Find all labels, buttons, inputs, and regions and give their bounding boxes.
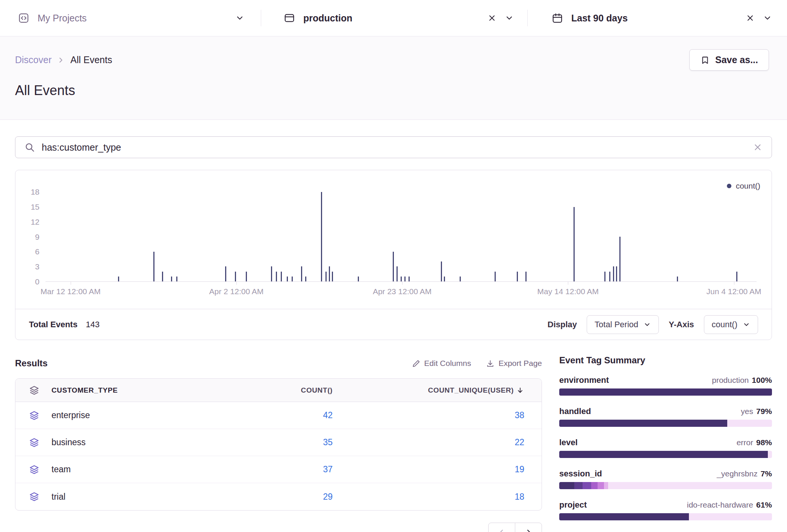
tag-item: handledyes79% <box>559 407 772 427</box>
bookmark-icon <box>700 55 710 65</box>
tag-bar-segment <box>583 482 591 489</box>
chart-bar <box>305 277 306 281</box>
tag-name: session_id <box>559 469 602 479</box>
count-unique-link[interactable]: 19 <box>515 464 524 474</box>
chart-bar <box>276 272 277 281</box>
search-query[interactable]: has:customer_type <box>42 142 746 153</box>
clear-date-range-icon[interactable] <box>746 14 755 23</box>
next-page-button[interactable] <box>515 523 542 532</box>
tag-bar-segment <box>559 388 772 396</box>
tag-top-percentage: 100% <box>752 376 772 384</box>
tag-top-percentage: 7% <box>761 469 772 478</box>
event-tag-summary: Event Tag Summary environmentproduction1… <box>559 355 772 532</box>
pencil-icon <box>412 359 421 368</box>
x-axis-label: Apr 23 12:00 AM <box>373 287 431 296</box>
x-axis-label: Mar 12 12:00 AM <box>41 287 101 296</box>
axis-tick <box>568 281 568 285</box>
display-label: Display <box>548 320 577 329</box>
tag-distribution-bar[interactable] <box>559 482 772 489</box>
chart-bar <box>162 272 163 281</box>
count-unique-link[interactable]: 38 <box>515 410 524 420</box>
breadcrumb-discover-link[interactable]: Discover <box>15 54 51 65</box>
main-content: has:customer_type count() 0369121518 Mar… <box>0 136 787 532</box>
edit-columns-button[interactable]: Edit Columns <box>412 359 471 368</box>
top-navigation-bar: My Projects production Last 90 days <box>0 0 787 36</box>
layers-icon <box>26 464 42 475</box>
save-as-button[interactable]: Save as... <box>689 49 769 71</box>
tag-distribution-bar[interactable] <box>559 388 772 396</box>
tag-bar-segment <box>591 482 598 489</box>
column-header-customer-type[interactable]: CUSTOMER_TYPE <box>51 386 250 394</box>
environment-selector[interactable]: production <box>261 0 527 36</box>
download-icon <box>486 359 495 368</box>
y-axis-dropdown[interactable]: count() <box>704 315 758 334</box>
calendar-icon <box>552 12 563 24</box>
tag-bar-segment <box>559 513 689 520</box>
column-header-count-unique[interactable]: COUNT_UNIQUE(USER) <box>333 386 524 394</box>
export-page-label: Export Page <box>498 359 542 368</box>
chart-bar <box>358 277 359 281</box>
display-dropdown[interactable]: Total Period <box>587 315 659 334</box>
export-page-button[interactable]: Export Page <box>486 359 542 368</box>
total-events-label: Total Events <box>29 320 77 329</box>
count-link[interactable]: 35 <box>323 437 333 447</box>
y-axis-label: 3 <box>15 262 39 272</box>
total-events-value: 143 <box>86 320 100 329</box>
chevron-down-icon <box>763 14 772 23</box>
date-range-selector[interactable]: Last 90 days <box>528 0 787 36</box>
chart-plot-area[interactable] <box>45 192 757 282</box>
y-axis-label: 12 <box>15 217 39 227</box>
count-unique-link[interactable]: 22 <box>515 437 524 447</box>
count-link[interactable]: 29 <box>323 492 333 502</box>
breadcrumb-current: All Events <box>70 54 112 65</box>
chart-bar <box>495 272 496 281</box>
events-chart[interactable]: count() 0369121518 Mar 12 12:00 AMApr 2 … <box>15 170 772 309</box>
tag-top-value: production <box>712 376 749 384</box>
chart-bar <box>677 277 678 281</box>
search-bar[interactable]: has:customer_type <box>15 136 772 158</box>
tag-item: session_id_yeghrsbnz7% <box>559 469 772 489</box>
tag-distribution-bar[interactable] <box>559 420 772 427</box>
chart-bar <box>332 272 333 281</box>
clear-environment-icon[interactable] <box>487 14 496 23</box>
chart-bar <box>235 272 236 281</box>
count-link[interactable]: 37 <box>323 464 333 474</box>
table-row[interactable]: team3719 <box>15 456 542 483</box>
count-unique-link[interactable]: 18 <box>515 492 524 502</box>
results-table: CUSTOMER_TYPECOUNT()COUNT_UNIQUE(USER)en… <box>15 378 542 511</box>
chart-bar <box>404 277 406 281</box>
table-row[interactable]: enterprise4238 <box>15 402 542 429</box>
chart-bar <box>153 252 154 281</box>
chart-bar <box>609 272 610 281</box>
tag-top-value: yes <box>741 407 753 416</box>
breadcrumb: Discover All Events <box>15 54 112 65</box>
chart-bar <box>325 272 327 281</box>
chart-bar <box>292 277 293 281</box>
tag-bar-remainder <box>727 420 772 427</box>
tag-bar-remainder <box>768 451 772 458</box>
tag-bar-remainder <box>689 513 772 520</box>
column-header-count[interactable]: COUNT() <box>250 386 333 394</box>
project-selector[interactable]: My Projects <box>0 0 261 36</box>
axis-tick <box>734 281 734 285</box>
tag-bar-segment <box>559 482 574 489</box>
chart-bar <box>460 277 461 281</box>
chart-bar <box>619 237 621 281</box>
chart-bar <box>281 272 282 281</box>
chart-bar <box>393 252 394 281</box>
tag-distribution-bar[interactable] <box>559 451 772 458</box>
chart-bar <box>225 266 226 281</box>
table-row[interactable]: trial2918 <box>15 483 542 510</box>
previous-page-button[interactable] <box>488 523 515 532</box>
tag-top-value: ido-react-hardware <box>687 500 753 509</box>
tag-top-value: error <box>737 438 753 447</box>
count-link[interactable]: 42 <box>323 410 333 420</box>
chart-bar <box>613 266 614 281</box>
results-section: Results Edit Columns Export <box>15 355 542 532</box>
tag-distribution-bar[interactable] <box>559 513 772 520</box>
tag-bar-segment <box>559 451 768 458</box>
clear-search-icon[interactable] <box>753 142 763 152</box>
table-row[interactable]: business3522 <box>15 429 542 456</box>
layers-icon <box>26 385 42 396</box>
tag-name: environment <box>559 375 609 385</box>
